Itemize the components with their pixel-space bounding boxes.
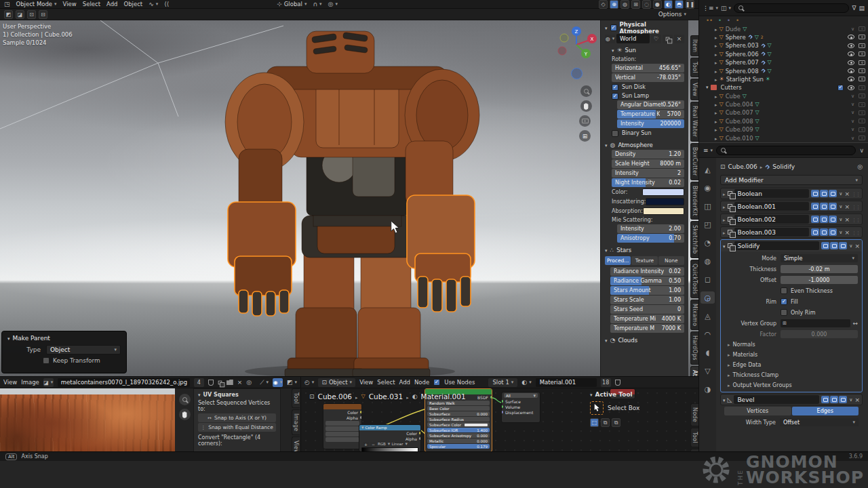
disclosure-icon[interactable]	[715, 93, 717, 100]
drag-handle[interactable]	[852, 216, 860, 223]
rim-fill-checkbox[interactable]	[781, 298, 787, 305]
render-camera-icon[interactable]	[859, 94, 865, 98]
proportional-icon[interactable]: ◉	[273, 378, 283, 387]
mode-select[interactable]: Object Mode	[16, 1, 57, 7]
shading-wireframe-icon[interactable]: ◌	[642, 0, 651, 9]
value-slider[interactable]: Temperature K5700	[617, 110, 684, 119]
sidebar-tab[interactable]: View	[690, 79, 698, 100]
sidebar-tab[interactable]: Atmosphere	[690, 366, 698, 376]
fake-user-shield-icon[interactable]	[615, 380, 620, 386]
options-dropdown[interactable]: Options	[658, 11, 686, 18]
ramp-remove-stop-button[interactable]: −	[370, 442, 376, 447]
display-toggles[interactable]	[821, 396, 847, 403]
color-swatch[interactable]	[646, 198, 684, 205]
render-camera-icon[interactable]	[859, 119, 865, 123]
disclosure-icon[interactable]	[715, 101, 717, 108]
image-editor-tab[interactable]: Image	[292, 409, 300, 436]
select-mode-1-icon[interactable]: ◩	[4, 10, 13, 19]
color-swatch[interactable]	[642, 188, 684, 196]
disclosure-icon[interactable]	[715, 26, 717, 33]
disclosure-icon[interactable]	[715, 34, 717, 41]
menu-view[interactable]: View	[3, 379, 17, 386]
properties-tab-icon[interactable]: ◫	[701, 200, 715, 212]
select-extend-mode-icon[interactable]: ⧉	[601, 418, 610, 427]
new-world-icon[interactable]	[663, 35, 673, 43]
node-editor-tab[interactable]: Node	[690, 403, 698, 426]
outliner-item[interactable]: ▽ Sphere.006 ▽ ∨	[699, 50, 868, 58]
object-name[interactable]: Cube.010	[726, 135, 753, 142]
modifier-name-field[interactable]: Solidify	[734, 241, 820, 250]
users-count-badge[interactable]: 4	[194, 378, 204, 387]
collapsed-eye-icon[interactable]: ∨	[851, 26, 854, 32]
outliner-item[interactable]: ▽ Cube.004 ▽ ∨	[699, 100, 868, 108]
uv-snap-icon[interactable]: ⟋	[260, 379, 269, 386]
bevel-modifier-header[interactable]: ◺ Bevel ∨	[720, 394, 863, 405]
disclosure-icon[interactable]	[715, 135, 717, 142]
value-slider[interactable]: Horizontal456.65°	[612, 64, 684, 73]
pin-icon[interactable]: ◎	[857, 163, 863, 170]
subsection-header[interactable]: Edge Data	[721, 360, 862, 370]
stars-mode-tab[interactable]: None	[658, 256, 684, 265]
node-graph[interactable]: Color Alpha Color Ramp Color Alpha + − R…	[301, 388, 698, 451]
subsection-header[interactable]: Materials	[721, 350, 862, 360]
select-mode-3-icon[interactable]: ⊡	[27, 10, 36, 19]
collapsed-eye-icon[interactable]: ∨	[851, 119, 854, 124]
subsection-header[interactable]: Normals	[721, 340, 862, 350]
color-swatch[interactable]	[643, 207, 684, 215]
ramp-interpolation-dropdown[interactable]: Linear	[391, 442, 408, 447]
tool-fallback-icon[interactable]: ∿	[149, 1, 158, 7]
principled-field[interactable]: Subsurface0.000	[427, 411, 490, 416]
properties-tab-icon[interactable]: ◉	[701, 182, 715, 194]
render-camera-icon[interactable]	[859, 35, 865, 39]
extras-chevron-icon[interactable]: ∨	[839, 230, 842, 235]
menu-view[interactable]: View	[359, 379, 373, 386]
select-box-tool-icon[interactable]	[590, 401, 604, 415]
value-slider[interactable]: Temperature Mi4000 K	[610, 314, 684, 323]
outliner-item[interactable]: Cutters ∨	[699, 83, 868, 92]
value-slider[interactable]: Stars Seed0	[610, 305, 684, 314]
modifier-name-field[interactable]: Boolean	[734, 189, 810, 198]
principled-field[interactable]: Subsurface IOR1.400	[427, 428, 490, 432]
sidebar-tab[interactable]: Mixamo	[690, 300, 698, 330]
render-camera-icon[interactable]	[859, 68, 865, 73]
zoom-icon[interactable]	[179, 394, 191, 405]
object-name[interactable]: Sphere.003	[726, 42, 759, 49]
hide-eye-icon[interactable]	[848, 35, 854, 39]
subsection-header[interactable]: Output Vertex Groups	[721, 380, 862, 390]
select-mode-4-icon[interactable]: ⊟	[39, 10, 47, 19]
expand-icon[interactable]	[723, 243, 726, 249]
render-camera-icon[interactable]	[859, 127, 865, 132]
offset-field[interactable]: -1.0000	[781, 276, 858, 284]
expand-icon[interactable]	[723, 396, 726, 403]
outliner-item[interactable]: ▽ Cube.010 ▽ ∨	[699, 134, 868, 142]
editor-type-icon[interactable]: ⋮≡	[703, 5, 718, 12]
subsection-header[interactable]: Thickness Clamp	[721, 370, 862, 380]
extras-chevron-icon[interactable]: ∨	[849, 243, 852, 249]
collapse-arrow[interactable]	[590, 391, 593, 398]
value-slider[interactable]: Intensity200000	[617, 119, 684, 128]
disclosure-icon[interactable]	[715, 51, 717, 58]
keep-transform-checkbox[interactable]	[43, 357, 50, 364]
invert-vg-icon[interactable]: ↔	[852, 320, 858, 327]
fake-user-shield-icon[interactable]	[208, 380, 214, 386]
hide-eye-icon[interactable]	[848, 43, 854, 48]
add-modifier-button[interactable]: Add Modifier	[720, 175, 863, 185]
render-camera-icon[interactable]	[859, 77, 865, 81]
value-slider[interactable]: Night Intensity0.02	[612, 178, 684, 187]
sidebar-tab[interactable]: BlenderKit	[690, 182, 698, 220]
menu-view[interactable]: View	[63, 1, 77, 7]
proportional-edit-icon[interactable]: ◎	[328, 1, 338, 7]
parent-type-dropdown[interactable]: Object	[46, 345, 121, 354]
properties-tab-icon[interactable]: ◑	[701, 383, 715, 395]
editor-type-icon[interactable]: ◴	[304, 379, 314, 386]
render-camera-icon[interactable]	[859, 43, 865, 48]
expand-icon[interactable]	[723, 203, 726, 210]
outliner-item[interactable]: ▽ Cube.007 ▽ ∨	[699, 108, 868, 117]
principled-field[interactable]: Base Color	[427, 406, 490, 411]
value-slider[interactable]: Intensity2.00	[617, 224, 684, 233]
filter-icon[interactable]: ∇	[852, 5, 856, 12]
pin-icon[interactable]: ◎	[246, 379, 252, 386]
collapse-arrow[interactable]	[605, 24, 608, 31]
principled-field[interactable]: Subsurface Anisotropy0.000	[427, 433, 490, 438]
value-slider[interactable]: Radiance Intensity0.02	[610, 267, 684, 276]
